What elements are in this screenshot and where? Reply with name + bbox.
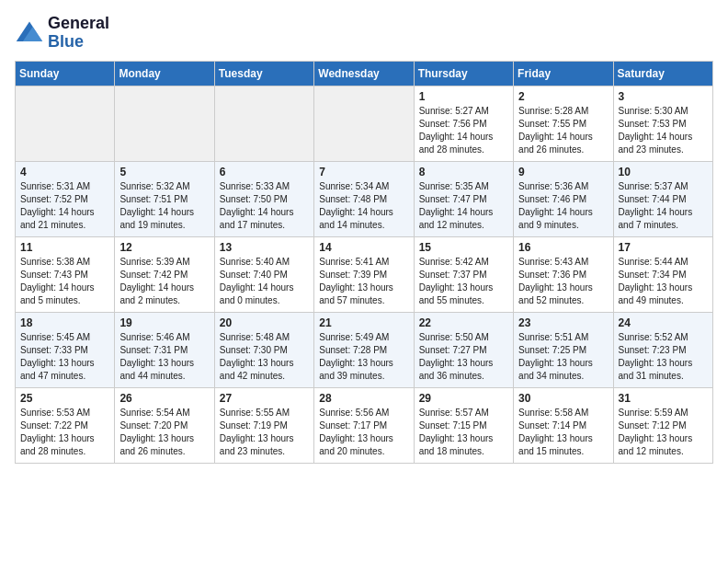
calendar-cell: 8Sunrise: 5:35 AM Sunset: 7:47 PM Daylig… [414,161,513,236]
calendar-week-row: 11Sunrise: 5:38 AM Sunset: 7:43 PM Dayli… [16,236,713,312]
day-detail: Sunrise: 5:27 AM Sunset: 7:56 PM Dayligh… [419,105,508,156]
logo-icon [15,18,44,48]
calendar-header-monday: Monday [115,61,214,86]
calendar-cell [115,86,214,161]
calendar-cell: 23Sunrise: 5:51 AM Sunset: 7:25 PM Dayli… [514,312,613,387]
day-detail: Sunrise: 5:50 AM Sunset: 7:27 PM Dayligh… [419,331,508,383]
calendar-cell [314,86,414,161]
day-detail: Sunrise: 5:32 AM Sunset: 7:51 PM Dayligh… [119,180,209,232]
day-detail: Sunrise: 5:55 AM Sunset: 7:19 PM Dayligh… [220,407,309,458]
calendar-cell [214,86,313,161]
day-number: 25 [20,392,109,405]
day-number: 7 [319,166,408,178]
calendar-header-thursday: Thursday [414,61,513,86]
day-detail: Sunrise: 5:35 AM Sunset: 7:47 PM Dayligh… [419,180,508,232]
day-number: 21 [319,316,408,329]
day-number: 29 [419,392,508,405]
calendar-week-row: 18Sunrise: 5:45 AM Sunset: 7:33 PM Dayli… [16,312,713,387]
logo-text-blue: Blue [48,33,109,52]
day-number: 18 [20,316,109,329]
calendar-cell: 4Sunrise: 5:31 AM Sunset: 7:52 PM Daylig… [16,161,115,236]
page-header: General Blue [15,15,713,52]
day-number: 12 [119,241,209,254]
day-detail: Sunrise: 5:45 AM Sunset: 7:33 PM Dayligh… [20,331,109,383]
day-detail: Sunrise: 5:59 AM Sunset: 7:12 PM Dayligh… [619,407,708,458]
calendar-cell: 24Sunrise: 5:52 AM Sunset: 7:23 PM Dayli… [613,312,712,387]
day-detail: Sunrise: 5:40 AM Sunset: 7:40 PM Dayligh… [220,256,309,307]
day-detail: Sunrise: 5:34 AM Sunset: 7:48 PM Dayligh… [319,180,408,232]
calendar-cell: 13Sunrise: 5:40 AM Sunset: 7:40 PM Dayli… [214,236,313,312]
day-number: 3 [619,90,708,103]
calendar-cell: 12Sunrise: 5:39 AM Sunset: 7:42 PM Dayli… [115,236,214,312]
calendar-cell: 5Sunrise: 5:32 AM Sunset: 7:51 PM Daylig… [115,161,214,236]
day-number: 5 [119,166,209,178]
calendar-cell: 26Sunrise: 5:54 AM Sunset: 7:20 PM Dayli… [115,387,214,463]
day-detail: Sunrise: 5:31 AM Sunset: 7:52 PM Dayligh… [20,180,109,232]
calendar-cell: 20Sunrise: 5:48 AM Sunset: 7:30 PM Dayli… [214,312,313,387]
day-detail: Sunrise: 5:28 AM Sunset: 7:55 PM Dayligh… [518,105,608,156]
day-detail: Sunrise: 5:58 AM Sunset: 7:14 PM Dayligh… [518,407,608,458]
day-number: 2 [518,90,608,103]
day-detail: Sunrise: 5:33 AM Sunset: 7:50 PM Dayligh… [220,180,309,232]
day-detail: Sunrise: 5:51 AM Sunset: 7:25 PM Dayligh… [518,331,608,383]
calendar-cell: 2Sunrise: 5:28 AM Sunset: 7:55 PM Daylig… [514,86,613,161]
calendar-header-tuesday: Tuesday [214,61,313,86]
day-number: 1 [419,90,508,103]
day-detail: Sunrise: 5:57 AM Sunset: 7:15 PM Dayligh… [419,407,508,458]
day-detail: Sunrise: 5:39 AM Sunset: 7:42 PM Dayligh… [119,256,209,307]
calendar-cell: 19Sunrise: 5:46 AM Sunset: 7:31 PM Dayli… [115,312,214,387]
day-number: 23 [518,316,608,329]
day-number: 24 [619,316,708,329]
day-detail: Sunrise: 5:42 AM Sunset: 7:37 PM Dayligh… [419,256,508,307]
calendar-cell: 17Sunrise: 5:44 AM Sunset: 7:34 PM Dayli… [613,236,712,312]
day-detail: Sunrise: 5:38 AM Sunset: 7:43 PM Dayligh… [20,256,109,307]
day-detail: Sunrise: 5:41 AM Sunset: 7:39 PM Dayligh… [319,256,408,307]
day-detail: Sunrise: 5:37 AM Sunset: 7:44 PM Dayligh… [619,180,708,232]
calendar-week-row: 4Sunrise: 5:31 AM Sunset: 7:52 PM Daylig… [16,161,713,236]
calendar-cell [16,86,115,161]
calendar-cell: 29Sunrise: 5:57 AM Sunset: 7:15 PM Dayli… [414,387,513,463]
day-number: 19 [119,316,209,329]
calendar-cell: 25Sunrise: 5:53 AM Sunset: 7:22 PM Dayli… [16,387,115,463]
calendar-cell: 30Sunrise: 5:58 AM Sunset: 7:14 PM Dayli… [514,387,613,463]
calendar-header-saturday: Saturday [613,61,712,86]
day-number: 30 [518,392,608,405]
day-number: 10 [619,166,708,178]
day-number: 31 [619,392,708,405]
day-number: 13 [220,241,309,254]
day-detail: Sunrise: 5:30 AM Sunset: 7:53 PM Dayligh… [619,105,708,156]
calendar-cell: 16Sunrise: 5:43 AM Sunset: 7:36 PM Dayli… [514,236,613,312]
calendar-cell: 6Sunrise: 5:33 AM Sunset: 7:50 PM Daylig… [214,161,313,236]
calendar-header-wednesday: Wednesday [314,61,414,86]
calendar-cell: 21Sunrise: 5:49 AM Sunset: 7:28 PM Dayli… [314,312,414,387]
calendar-cell: 22Sunrise: 5:50 AM Sunset: 7:27 PM Dayli… [414,312,513,387]
calendar-header-row: SundayMondayTuesdayWednesdayThursdayFrid… [16,61,713,86]
day-number: 6 [220,166,309,178]
day-number: 16 [518,241,608,254]
calendar-cell: 3Sunrise: 5:30 AM Sunset: 7:53 PM Daylig… [613,86,712,161]
calendar-table: SundayMondayTuesdayWednesdayThursdayFrid… [15,61,713,464]
day-detail: Sunrise: 5:46 AM Sunset: 7:31 PM Dayligh… [119,331,209,383]
day-detail: Sunrise: 5:56 AM Sunset: 7:17 PM Dayligh… [319,407,408,458]
calendar-header-sunday: Sunday [16,61,115,86]
calendar-week-row: 25Sunrise: 5:53 AM Sunset: 7:22 PM Dayli… [16,387,713,463]
day-detail: Sunrise: 5:53 AM Sunset: 7:22 PM Dayligh… [20,407,109,458]
day-detail: Sunrise: 5:44 AM Sunset: 7:34 PM Dayligh… [619,256,708,307]
day-number: 11 [20,241,109,254]
day-number: 28 [319,392,408,405]
logo-text-general: General [48,15,109,33]
logo: General Blue [15,15,109,52]
calendar-cell: 18Sunrise: 5:45 AM Sunset: 7:33 PM Dayli… [16,312,115,387]
calendar-cell: 1Sunrise: 5:27 AM Sunset: 7:56 PM Daylig… [414,86,513,161]
day-number: 9 [518,166,608,178]
calendar-cell: 15Sunrise: 5:42 AM Sunset: 7:37 PM Dayli… [414,236,513,312]
calendar-cell: 11Sunrise: 5:38 AM Sunset: 7:43 PM Dayli… [16,236,115,312]
day-detail: Sunrise: 5:43 AM Sunset: 7:36 PM Dayligh… [518,256,608,307]
day-detail: Sunrise: 5:54 AM Sunset: 7:20 PM Dayligh… [119,407,209,458]
calendar-cell: 14Sunrise: 5:41 AM Sunset: 7:39 PM Dayli… [314,236,414,312]
day-number: 20 [220,316,309,329]
day-number: 4 [20,166,109,178]
calendar-cell: 31Sunrise: 5:59 AM Sunset: 7:12 PM Dayli… [613,387,712,463]
day-number: 17 [619,241,708,254]
day-number: 22 [419,316,508,329]
